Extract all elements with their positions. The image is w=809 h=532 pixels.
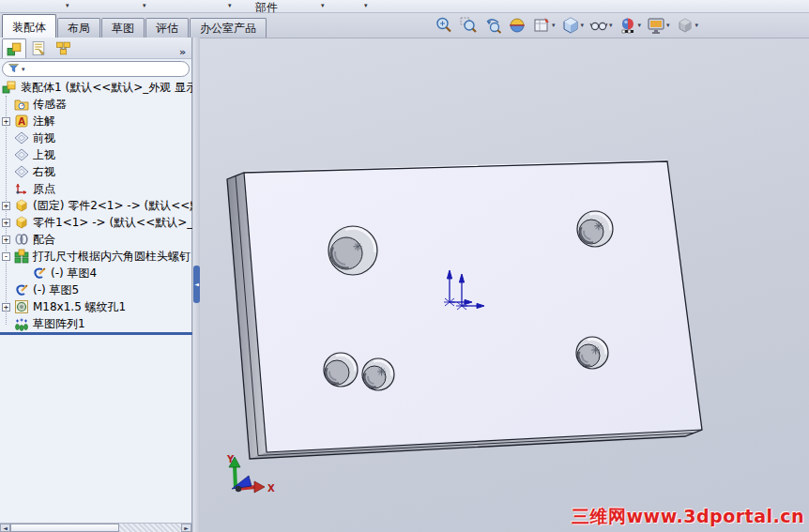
tree-item-label: 前视 <box>33 130 55 146</box>
command-tab-1[interactable]: 布局 <box>57 18 100 38</box>
command-tab-0[interactable]: 装配体 <box>2 14 56 38</box>
tree-item[interactable]: 传感器 <box>0 96 192 113</box>
view-settings-button[interactable]: ▾ <box>675 16 700 35</box>
display-style-button[interactable]: ▾ <box>560 16 586 35</box>
command-tab-4[interactable]: 办公室产品 <box>190 18 267 38</box>
toolbar-dropdown-arrow[interactable]: ▾ <box>364 2 368 9</box>
dropdown-arrow-icon[interactable]: ▾ <box>666 22 670 29</box>
tree-item[interactable]: +零件1<1> -> (默认<<默认>_显 <box>0 214 192 231</box>
plane-icon <box>14 147 29 162</box>
tree-item-label: 零件1<1> -> (默认<<默认>_显 <box>33 215 192 231</box>
model-plate <box>227 160 702 459</box>
display-style-icon <box>561 16 580 35</box>
dropdown-arrow-icon[interactable]: ▾ <box>552 22 556 29</box>
tree-filter-input[interactable]: ▾ <box>2 61 190 77</box>
tree-item[interactable]: 原点 <box>0 180 192 197</box>
zoom-to-fit-button[interactable] <box>434 16 454 35</box>
toolbar-dropdown-arrow[interactable]: ▾ <box>321 2 325 9</box>
filter-dropdown-arrow[interactable]: ▾ <box>22 66 25 73</box>
expand-toggle[interactable]: + <box>2 117 10 126</box>
graphics-viewport[interactable]: Y X 三维网www.3dportal.cn <box>200 38 809 532</box>
assembly-3d-scene[interactable]: Y X <box>200 38 809 532</box>
toolbar-dropdown-arrow[interactable]: ▾ <box>66 2 69 9</box>
expand-toggle[interactable]: + <box>2 219 10 227</box>
filter-icon <box>8 62 20 77</box>
expand-toggle[interactable]: + <box>2 236 10 244</box>
annotations-icon: A <box>14 114 29 129</box>
previous-view-button[interactable] <box>482 16 503 35</box>
property-manager-tab[interactable] <box>26 38 51 58</box>
scrollbar-track[interactable] <box>119 524 181 532</box>
watermark-text: 三维网www.3dportal.cn <box>572 505 804 529</box>
hole-wizard-icon <box>14 249 29 264</box>
zoom-to-area-icon <box>459 16 478 35</box>
tree-item[interactable]: +M18x1.5 螺纹孔1 <box>0 298 192 315</box>
tree-item[interactable]: 右视 <box>0 163 192 180</box>
apply-scene-button[interactable]: ▾ <box>646 16 671 35</box>
toolbar-dropdown-arrow[interactable]: ▾ <box>143 2 146 9</box>
command-tab-3[interactable]: 评估 <box>145 18 189 38</box>
tree-item[interactable]: 草图阵列1 <box>0 315 192 332</box>
edit-appearance-icon <box>618 16 637 35</box>
tree-item[interactable]: +A注解 <box>0 113 192 129</box>
panel-splitter[interactable]: ◄ <box>193 38 200 532</box>
threaded-hole-icon <box>14 299 29 314</box>
scroll-left-button[interactable]: ◄ <box>0 524 10 532</box>
dropdown-arrow-icon[interactable]: ▾ <box>638 22 642 29</box>
counterbore-hole <box>324 353 358 387</box>
tree-item-label: (-) 草图4 <box>51 266 97 281</box>
scrollbar-thumb[interactable] <box>10 524 119 532</box>
section-view-button[interactable] <box>507 16 527 35</box>
tree-item[interactable]: (-) 草图5 <box>0 281 192 298</box>
tree-item[interactable]: +(固定) 零件2<1> -> (默认<<默 <box>0 197 192 214</box>
zoom-to-area-button[interactable] <box>458 16 479 35</box>
dropdown-arrow-icon[interactable]: ▾ <box>581 22 585 29</box>
tree-item-label: 上视 <box>33 147 55 163</box>
panel-horizontal-scrollbar[interactable]: ◄ ► <box>0 523 191 532</box>
sensors-icon <box>14 97 29 112</box>
panel-split-divider[interactable] <box>0 332 192 335</box>
hide-show-items-button[interactable]: ▾ <box>588 16 614 35</box>
view-orientation-triad: Y X <box>226 454 275 494</box>
edit-appearance-button[interactable]: ▾ <box>618 16 643 35</box>
view-settings-icon <box>676 16 695 35</box>
feature-manager-panel: » ▾ 装配体1 (默认<<默认>_外观 显示传感器+A注解前视上视右视原点+(… <box>0 38 192 532</box>
tree-item[interactable]: (-) 草图4 <box>0 265 192 281</box>
expand-toggle[interactable]: - <box>2 252 10 261</box>
part-icon <box>14 198 29 213</box>
command-tab-2[interactable]: 草图 <box>101 18 145 38</box>
expand-toggle[interactable]: + <box>2 202 10 210</box>
scroll-right-button[interactable]: ► <box>181 524 191 532</box>
sketch-icon <box>32 266 47 281</box>
feature-tree: 装配体1 (默认<<默认>_外观 显示传感器+A注解前视上视右视原点+(固定) … <box>0 79 192 332</box>
panel-overflow-chevrons[interactable]: » <box>179 46 188 58</box>
tree-item-label: 右视 <box>33 164 55 180</box>
assembly-icon <box>2 80 17 95</box>
tree-item-label: (固定) 零件2<1> -> (默认<<默 <box>33 198 192 214</box>
toolbar-dropdown-arrow[interactable]: ▾ <box>228 2 232 9</box>
zoom-to-fit-icon <box>435 16 453 35</box>
view-orientation-button[interactable]: ▾ <box>531 16 557 35</box>
counterbore-hole <box>328 226 377 275</box>
part-icon <box>14 215 29 230</box>
mates-icon <box>14 232 29 247</box>
tree-item-label: M18x1.5 螺纹孔1 <box>33 299 126 315</box>
solidworks-window: { "window": { "bg_color": "#c9ced9" }, "… <box>0 0 809 532</box>
tree-item-label: 原点 <box>33 181 55 197</box>
tree-item[interactable]: 上视 <box>0 146 192 163</box>
configuration-manager-tab[interactable] <box>51 38 75 58</box>
sketch-icon <box>14 282 29 297</box>
tree-item[interactable]: 装配体1 (默认<<默认>_外观 显示 <box>0 79 192 96</box>
splitter-collapse-handle[interactable]: ◄ <box>193 266 200 303</box>
dropdown-arrow-icon[interactable]: ▾ <box>695 22 699 29</box>
tree-item[interactable]: +配合 <box>0 231 192 248</box>
tree-item[interactable]: -打孔尺寸根据内六角圆柱头螺钉 <box>0 248 192 265</box>
expand-toggle[interactable]: + <box>2 303 10 312</box>
tree-item-label: 装配体1 (默认<<默认>_外观 显示 <box>21 80 192 96</box>
tree-item[interactable]: 前视 <box>0 129 192 146</box>
tree-item-label: 草图阵列1 <box>33 316 85 332</box>
dropdown-arrow-icon[interactable]: ▾ <box>609 22 613 29</box>
origin-icon <box>14 181 29 196</box>
tree-item-label: 配合 <box>33 232 55 248</box>
feature-manager-tab[interactable] <box>2 38 26 58</box>
